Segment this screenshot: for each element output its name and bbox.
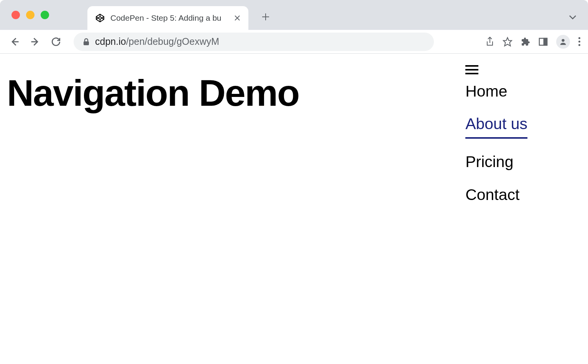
svg-rect-9 [84,41,89,45]
forward-button[interactable] [28,35,42,49]
side-panel-icon[interactable] [539,38,548,46]
url-path: /pen/debug/gOexwyM [126,36,219,47]
browser-chrome: CodePen - Step 5: Adding a bu [0,0,588,54]
minimize-window-button[interactable] [26,11,34,19]
svg-point-14 [562,39,564,41]
close-tab-button[interactable] [234,15,241,21]
nav-item-home[interactable]: Home [465,82,527,101]
extensions-icon[interactable] [521,37,530,46]
menu-icon[interactable] [578,37,580,46]
browser-tab[interactable]: CodePen - Step 5: Adding a bu [87,6,248,30]
svg-rect-13 [544,38,547,45]
nav-item-about[interactable]: About us [465,115,527,139]
page-content: Navigation Demo Home About us Pricing Co… [0,54,588,204]
nav-list: Home About us Pricing Contact [465,82,527,204]
bookmark-star-icon[interactable] [503,37,512,47]
codepen-favicon-icon [95,13,105,23]
tab-search-button[interactable] [569,13,577,21]
tab-strip: CodePen - Step 5: Adding a bu [0,0,588,30]
nav-item-contact[interactable]: Contact [465,185,527,204]
toolbar-actions [486,35,580,49]
profile-avatar-icon[interactable] [556,35,570,49]
lock-icon [83,38,90,46]
navigation-area: Home About us Pricing Contact [465,65,581,204]
nav-item-pricing[interactable]: Pricing [465,152,527,171]
new-tab-button[interactable] [258,9,274,25]
hamburger-menu-icon[interactable] [465,65,478,74]
browser-toolbar: cdpn.io/pen/debug/gOexwyM [0,30,588,54]
close-window-button[interactable] [11,11,20,19]
back-button[interactable] [8,35,21,49]
address-bar[interactable]: cdpn.io/pen/debug/gOexwyM [74,33,434,51]
reload-button[interactable] [49,35,63,49]
tab-title: CodePen - Step 5: Adding a bu [110,13,228,23]
svg-marker-10 [503,38,512,46]
maximize-window-button[interactable] [41,11,49,19]
page-heading: Navigation Demo [7,73,299,204]
share-icon[interactable] [486,37,494,47]
url-text: cdpn.io/pen/debug/gOexwyM [95,36,219,47]
window-controls [11,11,49,19]
url-domain: cdpn.io [95,36,126,47]
